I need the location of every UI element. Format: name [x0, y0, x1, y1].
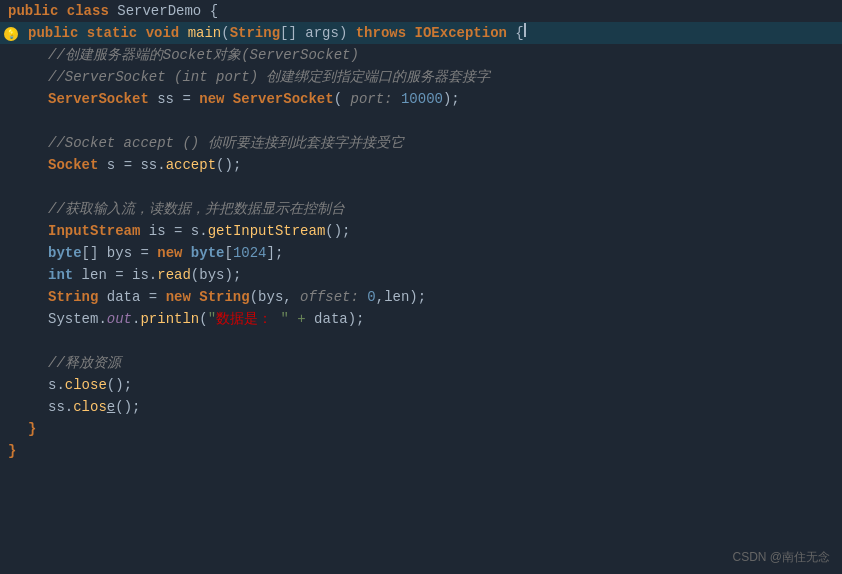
- comment-4: //释放资源: [48, 352, 121, 374]
- comment-2: //Socket accept () 侦听要连接到此套接字并接受它: [48, 132, 404, 154]
- comment-1a: //创建服务器端的Socket对象(ServerSocket): [48, 44, 359, 66]
- code-line-blank-3: [0, 330, 842, 352]
- code-line-1: public class ServerDemo {: [0, 0, 842, 22]
- code-line-13: int len = is.read(bys);: [0, 264, 842, 286]
- code-line-11: InputStream is = s.getInputStream();: [0, 220, 842, 242]
- code-line-19: ss.close();: [0, 396, 842, 418]
- code-line-8: Socket s = ss.accept();: [0, 154, 842, 176]
- class-name: ServerDemo {: [117, 0, 218, 22]
- code-line-10: //获取输入流，读数据，并把数据显示在控制台: [0, 198, 842, 220]
- code-line-20: }: [0, 418, 842, 440]
- code-line-5: ServerSocket ss = new ServerSocket( port…: [0, 88, 842, 110]
- code-line-blank-2: [0, 176, 842, 198]
- comment-3: //获取输入流，读数据，并把数据显示在控制台: [48, 198, 345, 220]
- method-main: main: [188, 22, 222, 44]
- lightbulb-icon[interactable]: 💡: [4, 27, 18, 41]
- comment-1b: //ServerSocket (int port) 创建绑定到指定端口的服务器套…: [48, 66, 490, 88]
- code-line-7: //Socket accept () 侦听要连接到此套接字并接受它: [0, 132, 842, 154]
- keyword-public: public: [8, 0, 67, 22]
- code-editor: 💡 public class ServerDemo { public stati…: [0, 0, 842, 574]
- code-line-17: //释放资源: [0, 352, 842, 374]
- code-line-4: //ServerSocket (int port) 创建绑定到指定端口的服务器套…: [0, 66, 842, 88]
- code-line-21: }: [0, 440, 842, 462]
- keyword-void: void: [146, 22, 188, 44]
- code-line-14: String data = new String(bys, offset: 0,…: [0, 286, 842, 308]
- watermark: CSDN @南住无念: [732, 549, 830, 566]
- code-line-3: //创建服务器端的Socket对象(ServerSocket): [0, 44, 842, 66]
- keyword-static: static: [87, 22, 146, 44]
- code-line-15: System.out.println("数据是： " + data);: [0, 308, 842, 330]
- keyword-public2: public: [28, 22, 87, 44]
- code-line-2: public static void main(String[] args) t…: [0, 22, 842, 44]
- code-line-18: s.close();: [0, 374, 842, 396]
- code-line-blank-1: [0, 110, 842, 132]
- keyword-class: class: [67, 0, 117, 22]
- code-line-12: byte[] bys = new byte[1024];: [0, 242, 842, 264]
